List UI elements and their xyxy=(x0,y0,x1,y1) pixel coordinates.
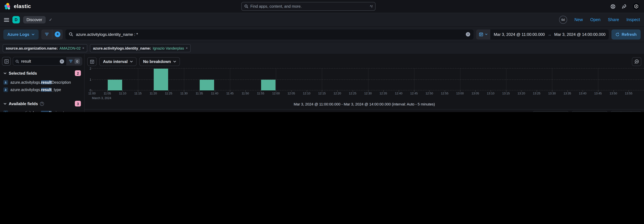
search-icon xyxy=(244,4,248,8)
date-quick-select[interactable] xyxy=(476,32,490,36)
breakdown-dropdown[interactable]: No breakdown xyxy=(140,57,180,66)
field-search[interactable]: × 0 xyxy=(13,57,82,66)
field-search-input[interactable] xyxy=(21,59,58,64)
fields-sidebar: × 0 Selected fields 2 k azure.activitylo… xyxy=(0,54,84,112)
search-icon xyxy=(16,59,19,63)
filter-menu-button[interactable] xyxy=(42,29,52,39)
display-options-button[interactable] xyxy=(621,112,631,112)
keyword-field-icon: k xyxy=(3,80,8,85)
elastic-logo-icon xyxy=(4,3,12,10)
filter-field: source.as.organization.name: xyxy=(6,46,58,50)
collapse-sidebar-button[interactable] xyxy=(2,57,11,66)
navigation-bar: D Discover ✓ 6d New Open Share Inspect xyxy=(0,13,644,27)
filter-value: Ignazio Vanderplas xyxy=(153,46,184,50)
available-fields-section[interactable]: Available fields ? 3 xyxy=(2,101,82,107)
chart-collapse-icon xyxy=(90,59,94,64)
data-view-picker[interactable]: Azure Logs xyxy=(3,29,39,39)
fullscreen-button[interactable] xyxy=(631,112,641,112)
field-item[interactable]: k azure.activitylogs.resultDescription xyxy=(2,79,82,86)
filter-pill[interactable]: source.as.organization.name: AMAZON-02 × xyxy=(3,44,87,52)
info-icon: ? xyxy=(40,102,44,106)
data-view-label: Azure Logs xyxy=(8,32,29,37)
filter-value: AMAZON-02 xyxy=(60,46,81,50)
section-label: Available fields xyxy=(9,101,38,106)
columns-button[interactable]: Columns 6 xyxy=(532,111,569,112)
filter-icon xyxy=(69,60,73,63)
global-header: elastic ^/ xyxy=(0,0,644,13)
sort-fields-button[interactable]: ↕ Sort fields 1 xyxy=(572,111,608,112)
refresh-button[interactable]: Refresh xyxy=(612,29,641,39)
chevron-down-icon xyxy=(3,72,7,74)
breadcrumb[interactable]: Discover xyxy=(23,16,46,23)
interval-dropdown[interactable]: Auto interval xyxy=(99,57,137,66)
histogram-bar[interactable] xyxy=(200,80,214,90)
keyword-field-icon: k xyxy=(3,87,8,92)
search-icon xyxy=(69,32,73,36)
remove-filter-icon[interactable]: × xyxy=(82,46,84,50)
global-search-input[interactable] xyxy=(250,4,368,8)
query-input-box[interactable]: × xyxy=(66,29,474,39)
remove-filter-icon[interactable]: × xyxy=(186,46,188,50)
selected-fields-section[interactable]: Selected fields 2 xyxy=(2,70,82,76)
hide-chart-button[interactable] xyxy=(87,57,97,66)
keyword-field-icon: k xyxy=(3,111,8,112)
chevron-down-icon xyxy=(485,33,488,35)
field-filter-count: 0 xyxy=(74,59,80,64)
field-item[interactable]: k azure.activitylogs.result_signature xyxy=(2,109,82,112)
y-axis-labels: 012 xyxy=(87,68,92,90)
tab-documents[interactable]: Documents (5) xyxy=(87,110,116,112)
clear-query-icon[interactable]: × xyxy=(466,32,470,36)
open-button[interactable]: Open xyxy=(590,17,600,22)
query-input[interactable] xyxy=(76,32,463,37)
arrow-right-icon: → xyxy=(548,32,552,37)
query-bar: Azure Logs + × Mar 3, 2024 @ 11:00:00.00… xyxy=(0,27,644,42)
field-filter-button[interactable]: 0 xyxy=(66,57,82,65)
help-icon[interactable] xyxy=(610,4,616,9)
histogram-chart[interactable]: 012 11:0011:0511:1011:1511:2011:2511:301… xyxy=(84,67,644,100)
chevron-down-icon xyxy=(130,61,133,63)
refresh-icon xyxy=(616,32,620,36)
edit-visualization-button[interactable] xyxy=(632,57,641,66)
x-axis-labels: 11:0011:0511:1011:1511:2011:2511:3011:35… xyxy=(92,92,644,96)
shortcut-hint: ^/ xyxy=(370,4,372,8)
plus-icon: + xyxy=(55,31,60,37)
tab-field-statistics[interactable]: Field statistics xyxy=(122,110,152,112)
date-from[interactable]: Mar 3, 2024 @ 11:00:00.000 xyxy=(494,32,545,37)
elastic-brand[interactable]: elastic xyxy=(4,3,84,10)
histogram-bar[interactable] xyxy=(154,69,168,90)
date-to[interactable]: Mar 3, 2024 @ 14:00:00.000 xyxy=(554,32,606,37)
new-button[interactable]: New xyxy=(574,17,583,22)
breakdown-label: No breakdown xyxy=(143,59,171,64)
global-search[interactable]: ^/ xyxy=(241,2,376,11)
calendar-icon xyxy=(479,32,484,36)
histogram-plot-area[interactable] xyxy=(92,68,644,90)
histogram-bar[interactable] xyxy=(261,80,275,90)
chevron-down-icon xyxy=(173,61,176,63)
clear-field-search-icon[interactable]: × xyxy=(60,59,64,63)
filter-pill[interactable]: azure.activitylogs.identity_name: Ignazi… xyxy=(90,44,190,52)
selected-fields-count: 2 xyxy=(75,70,81,76)
user-avatar[interactable] xyxy=(632,3,640,10)
keyboard-shortcuts-button[interactable] xyxy=(611,112,621,112)
space-avatar[interactable]: D xyxy=(12,16,20,23)
histogram-bar[interactable] xyxy=(108,80,122,90)
chart-caption: Mar 3, 2024 @ 11:00:00.000 - Mar 3, 2024… xyxy=(84,100,644,109)
interval-label: Auto interval xyxy=(103,59,128,64)
brand-name: elastic xyxy=(14,3,31,9)
menu-icon[interactable] xyxy=(4,17,9,22)
discover-app: elastic ^/ D Discover ✓ 6d New xyxy=(0,0,644,112)
chart-date-label: March 3, 2024 xyxy=(92,97,644,100)
field-item[interactable]: k azure.activitylogs.result_type xyxy=(2,86,82,94)
chevron-down-icon xyxy=(3,103,7,105)
add-filter-button[interactable]: + xyxy=(52,29,63,39)
available-fields-count: 3 xyxy=(75,101,81,107)
refresh-label: Refresh xyxy=(622,32,636,37)
inspect-button[interactable]: Inspect xyxy=(626,17,640,22)
chevron-down-icon xyxy=(32,33,35,35)
chart-toolbar: Auto interval No breakdown xyxy=(84,54,644,67)
solution-badge[interactable]: 6d xyxy=(559,16,567,24)
date-picker: Mar 3, 2024 @ 11:00:00.000 → Mar 3, 2024… xyxy=(476,29,609,39)
saved-check-icon: ✓ xyxy=(49,17,52,22)
news-icon[interactable] xyxy=(622,4,626,9)
share-button[interactable]: Share xyxy=(608,17,619,22)
